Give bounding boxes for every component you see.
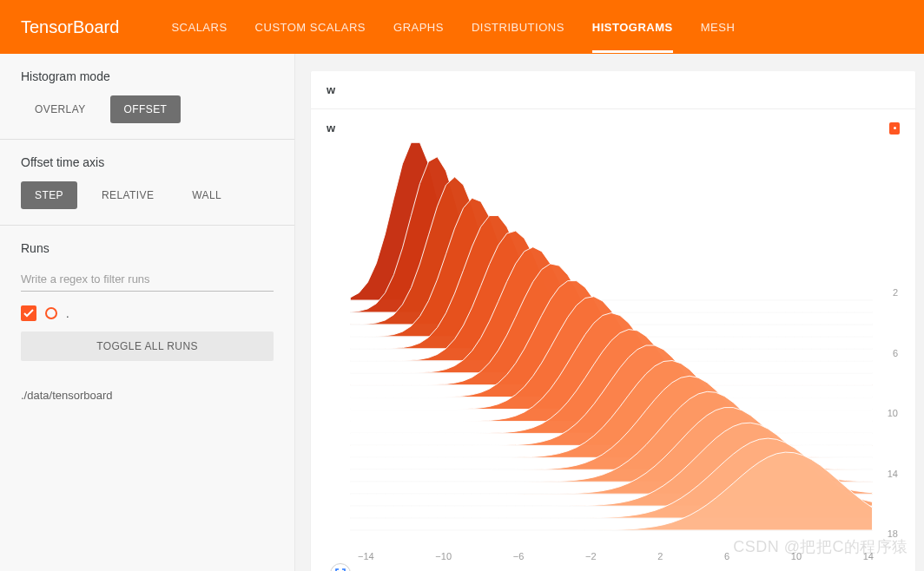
step-axis-ticks: 26101418: [888, 287, 898, 539]
histogram-card: w w 26101418 −14−10−6−2261014: [311, 71, 915, 571]
histogram-mode-title: Histogram mode: [21, 69, 274, 83]
check-icon: [23, 309, 34, 318]
runs-filter-input[interactable]: [21, 267, 274, 292]
axis-wall-button[interactable]: WALL: [178, 181, 235, 209]
plot-title: w: [327, 121, 335, 135]
sidebar: Histogram mode OVERLAY OFFSET Offset tim…: [0, 54, 295, 571]
time-axis-section: Offset time axis STEP RELATIVE WALL: [0, 140, 294, 226]
run-badge[interactable]: [889, 122, 900, 135]
run-color-swatch[interactable]: [45, 307, 57, 319]
tab-mesh[interactable]: MESH: [701, 2, 736, 53]
run-label: .: [66, 307, 69, 320]
mode-offset-button[interactable]: OFFSET: [110, 95, 182, 123]
toggle-all-runs-button[interactable]: TOGGLE ALL RUNS: [21, 331, 274, 361]
tab-graphs[interactable]: GRAPHS: [393, 2, 444, 53]
tab-histograms[interactable]: HISTOGRAMS: [592, 2, 673, 53]
main-content: w w 26101418 −14−10−6−2261014 CSDN @把把: [295, 54, 924, 571]
histogram-mode-section: Histogram mode OVERLAY OFFSET: [0, 54, 294, 140]
run-row: .: [21, 305, 274, 321]
brand-title: TensorBoard: [21, 17, 119, 37]
runs-section: Runs . TOGGLE ALL RUNS: [0, 226, 294, 377]
histogram-chart[interactable]: 26101418: [323, 140, 903, 548]
tab-custom-scalars[interactable]: CUSTOM SCALARS: [255, 2, 366, 53]
app-header: TensorBoard SCALARS CUSTOM SCALARS GRAPH…: [0, 0, 924, 54]
runs-title: Runs: [21, 241, 274, 255]
tab-scalars[interactable]: SCALARS: [171, 2, 227, 53]
fullscreen-button[interactable]: [330, 563, 351, 571]
mode-overlay-button[interactable]: OVERLAY: [21, 95, 100, 123]
axis-relative-button[interactable]: RELATIVE: [88, 181, 168, 209]
x-axis-ticks: −14−10−6−2261014: [323, 548, 903, 561]
axis-step-button[interactable]: STEP: [21, 181, 77, 209]
nav-tabs: SCALARS CUSTOM SCALARS GRAPHS DISTRIBUTI…: [171, 2, 735, 53]
data-path-label: ./data/tensorboard: [0, 377, 294, 414]
card-group-title: w: [311, 71, 915, 109]
tab-distributions[interactable]: DISTRIBUTIONS: [472, 2, 564, 53]
run-checkbox[interactable]: [21, 305, 36, 321]
time-axis-title: Offset time axis: [21, 155, 274, 169]
